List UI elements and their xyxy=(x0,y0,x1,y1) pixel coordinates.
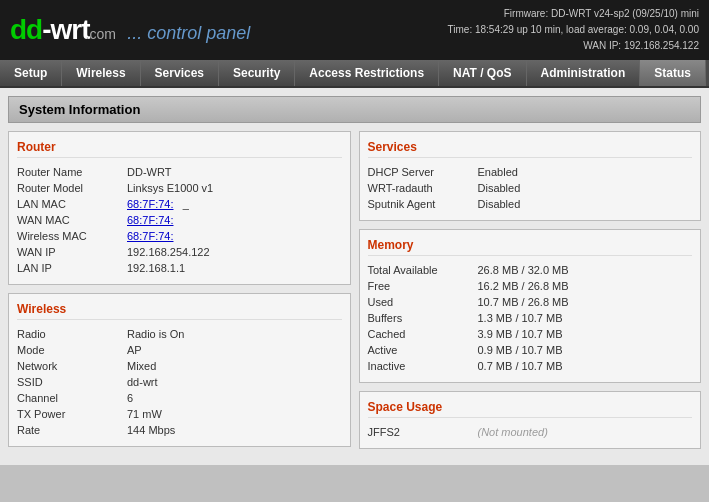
table-row: Cached 3.9 MB / 10.7 MB xyxy=(368,326,693,342)
nav-wireless[interactable]: Wireless xyxy=(62,60,140,86)
table-row: TX Power 71 mW xyxy=(17,406,342,422)
value-inactive: 0.7 MB / 10.7 MB xyxy=(478,360,563,372)
table-row: LAN MAC 68:7F:74: _ xyxy=(17,196,342,212)
value-channel: 6 xyxy=(127,392,133,404)
label-wan-mac: WAN MAC xyxy=(17,214,127,226)
nav-status[interactable]: Status xyxy=(640,60,706,86)
table-row: Router Model Linksys E1000 v1 xyxy=(17,180,342,196)
nav-nat-qos[interactable]: NAT / QoS xyxy=(439,60,526,86)
value-radio: Radio is On xyxy=(127,328,184,340)
two-col-layout: Router Router Name DD-WRT Router Model L… xyxy=(8,131,701,457)
left-column: Router Router Name DD-WRT Router Model L… xyxy=(8,131,351,457)
memory-heading: Memory xyxy=(368,238,693,256)
table-row: LAN IP 192.168.1.1 xyxy=(17,260,342,276)
value-jffs2: (Not mounted) xyxy=(478,426,548,438)
value-tx-power: 71 mW xyxy=(127,408,162,420)
label-wrt-radauth: WRT-radauth xyxy=(368,182,478,194)
right-column: Services DHCP Server Enabled WRT-radauth… xyxy=(359,131,702,457)
label-jffs2: JFFS2 xyxy=(368,426,478,438)
nav-access-restrictions[interactable]: Access Restrictions xyxy=(295,60,439,86)
label-rate: Rate xyxy=(17,424,127,436)
table-row: Wireless MAC 68:7F:74: xyxy=(17,228,342,244)
table-row: WRT-radauth Disabled xyxy=(368,180,693,196)
table-row: SSID dd-wrt xyxy=(17,374,342,390)
label-free: Free xyxy=(368,280,478,292)
firmware-info: Firmware: DD-WRT v24-sp2 (09/25/10) mini xyxy=(448,6,699,22)
value-dhcp: Enabled xyxy=(478,166,518,178)
logo-area: dd-wrt.com ... control panel xyxy=(10,14,250,46)
label-router-model: Router Model xyxy=(17,182,127,194)
space-heading: Space Usage xyxy=(368,400,693,418)
label-tx-power: TX Power xyxy=(17,408,127,420)
table-row: Total Available 26.8 MB / 32.0 MB xyxy=(368,262,693,278)
label-mode: Mode xyxy=(17,344,127,356)
section-title: System Information xyxy=(8,96,701,123)
header-info: Firmware: DD-WRT v24-sp2 (09/25/10) mini… xyxy=(448,6,699,54)
wan-mac-link[interactable]: 68:7F:74: xyxy=(127,214,173,226)
table-row: Radio Radio is On xyxy=(17,326,342,342)
value-sputnik: Disabled xyxy=(478,198,521,210)
value-wan-mac: 68:7F:74: xyxy=(127,214,173,226)
main-content: System Information Router Router Name DD… xyxy=(0,88,709,465)
control-panel-label: ... control panel xyxy=(127,23,250,43)
label-total-available: Total Available xyxy=(368,264,478,276)
value-free: 16.2 MB / 26.8 MB xyxy=(478,280,569,292)
table-row: Channel 6 xyxy=(17,390,342,406)
table-row: Router Name DD-WRT xyxy=(17,164,342,180)
label-lan-mac: LAN MAC xyxy=(17,198,127,210)
label-inactive: Inactive xyxy=(368,360,478,372)
logo-wrt: -wrt xyxy=(42,14,89,45)
label-buffers: Buffers xyxy=(368,312,478,324)
lan-mac-link[interactable]: 68:7F:74: xyxy=(127,198,173,210)
nav-security[interactable]: Security xyxy=(219,60,295,86)
label-channel: Channel xyxy=(17,392,127,404)
value-mode: AP xyxy=(127,344,142,356)
table-row: Inactive 0.7 MB / 10.7 MB xyxy=(368,358,693,374)
value-cached: 3.9 MB / 10.7 MB xyxy=(478,328,563,340)
nav-setup[interactable]: Setup xyxy=(0,60,62,86)
logo-dd: dd xyxy=(10,14,42,45)
label-radio: Radio xyxy=(17,328,127,340)
nav-services[interactable]: Services xyxy=(141,60,219,86)
value-router-model: Linksys E1000 v1 xyxy=(127,182,213,194)
value-buffers: 1.3 MB / 10.7 MB xyxy=(478,312,563,324)
value-network: Mixed xyxy=(127,360,156,372)
label-router-name: Router Name xyxy=(17,166,127,178)
services-heading: Services xyxy=(368,140,693,158)
time-info: Time: 18:54:29 up 10 min, load average: … xyxy=(448,22,699,38)
value-wrt-radauth: Disabled xyxy=(478,182,521,194)
logo-dotcom: .com xyxy=(86,26,116,42)
label-ssid: SSID xyxy=(17,376,127,388)
memory-section: Memory Total Available 26.8 MB / 32.0 MB… xyxy=(359,229,702,383)
label-sputnik: Sputnik Agent xyxy=(368,198,478,210)
table-row: Free 16.2 MB / 26.8 MB xyxy=(368,278,693,294)
services-section: Services DHCP Server Enabled WRT-radauth… xyxy=(359,131,702,221)
table-row: Network Mixed xyxy=(17,358,342,374)
table-row: DHCP Server Enabled xyxy=(368,164,693,180)
nav-administration[interactable]: Administration xyxy=(527,60,641,86)
table-row: Active 0.9 MB / 10.7 MB xyxy=(368,342,693,358)
label-used: Used xyxy=(368,296,478,308)
table-row: Sputnik Agent Disabled xyxy=(368,196,693,212)
value-lan-mac: 68:7F:74: _ xyxy=(127,198,189,210)
value-wireless-mac: 68:7F:74: xyxy=(127,230,173,242)
label-wan-ip: WAN IP xyxy=(17,246,127,258)
table-row: Mode AP xyxy=(17,342,342,358)
table-row: JFFS2 (Not mounted) xyxy=(368,424,693,440)
navbar: Setup Wireless Services Security Access … xyxy=(0,60,709,88)
wireless-section: Wireless Radio Radio is On Mode AP Netwo… xyxy=(8,293,351,447)
table-row: WAN MAC 68:7F:74: xyxy=(17,212,342,228)
value-active: 0.9 MB / 10.7 MB xyxy=(478,344,563,356)
table-row: Rate 144 Mbps xyxy=(17,422,342,438)
logo: dd-wrt.com ... control panel xyxy=(10,14,250,46)
router-heading: Router xyxy=(17,140,342,158)
wan-ip-info: WAN IP: 192.168.254.122 xyxy=(448,38,699,54)
label-dhcp: DHCP Server xyxy=(368,166,478,178)
value-lan-ip: 192.168.1.1 xyxy=(127,262,185,274)
header: dd-wrt.com ... control panel Firmware: D… xyxy=(0,0,709,60)
table-row: Used 10.7 MB / 26.8 MB xyxy=(368,294,693,310)
table-row: Buffers 1.3 MB / 10.7 MB xyxy=(368,310,693,326)
value-used: 10.7 MB / 26.8 MB xyxy=(478,296,569,308)
wireless-mac-link[interactable]: 68:7F:74: xyxy=(127,230,173,242)
value-wan-ip: 192.168.254.122 xyxy=(127,246,210,258)
